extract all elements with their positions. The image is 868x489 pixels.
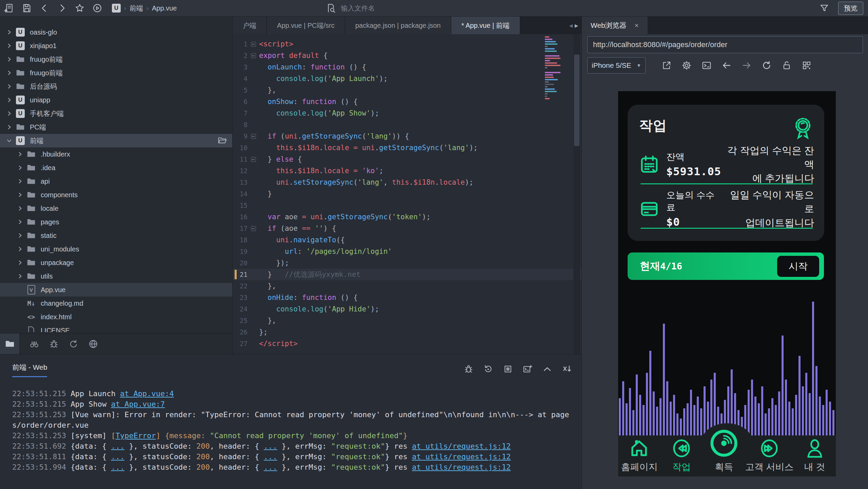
stop-button[interactable] [503, 364, 513, 374]
chevron-right-icon[interactable] [6, 97, 12, 103]
tree-item[interactable]: components [0, 188, 232, 202]
code-line[interactable]: 3 onLaunch: function () { [233, 61, 581, 73]
log-link[interactable]: ... [111, 442, 124, 450]
editor-tab[interactable]: 户端 [233, 17, 267, 34]
editor-tab[interactable]: package.json | package.json [345, 17, 451, 34]
chevron-right-icon[interactable] [6, 110, 12, 117]
editor-tab[interactable]: App.vue | PC端/src [267, 17, 345, 34]
chevron-right-icon[interactable] [6, 29, 12, 35]
restart-button[interactable] [483, 364, 493, 374]
fold-icon[interactable]: − [251, 157, 256, 162]
fold-icon[interactable]: − [251, 226, 256, 231]
log-link[interactable]: at App.vue:7 [111, 400, 165, 408]
code-line[interactable]: 19 url: '/pages/login/login' [233, 246, 581, 257]
scrollbar-thumb[interactable] [574, 55, 579, 146]
back-button[interactable] [39, 3, 50, 13]
tab-scroll-right[interactable]: ▸ [575, 21, 578, 29]
browser-tab[interactable]: Web浏览器 × [582, 17, 648, 34]
code-line[interactable]: 26}; [233, 326, 581, 338]
log-link[interactable]: at utils/request.js:12 [412, 452, 511, 461]
chevron-right-icon[interactable] [6, 124, 12, 130]
log-link[interactable]: ... [111, 452, 124, 461]
tree-item[interactable]: .idea [0, 161, 232, 175]
open-external-button[interactable] [662, 60, 672, 70]
code-line[interactable]: 8 [233, 119, 581, 130]
log-link[interactable]: at utils/request.js:12 [412, 442, 511, 450]
chevron-right-icon[interactable] [17, 151, 23, 157]
code-line[interactable]: 16 var aoe = uni.getStorageSync('token')… [233, 211, 581, 223]
web-button[interactable] [88, 339, 98, 349]
code-line[interactable]: 27</script> [233, 338, 581, 349]
log-link[interactable]: ... [264, 442, 277, 450]
code-line[interactable]: 22 }, [233, 280, 581, 292]
chevron-right-icon[interactable] [17, 273, 23, 279]
qrcode-button[interactable] [802, 60, 812, 70]
code-line[interactable]: 25 }, [233, 315, 581, 326]
filter-icon[interactable] [819, 3, 829, 13]
tree-item[interactable]: fruugo前端 [0, 53, 232, 66]
code-line[interactable]: 23 onHide: function () { [233, 292, 581, 303]
terminal-new-button[interactable] [522, 364, 533, 374]
nav-item-rewind[interactable]: 작업 [660, 435, 703, 476]
tree-item[interactable]: fruugo前端 [0, 66, 232, 80]
chevron-down-icon[interactable] [6, 138, 12, 144]
code-line[interactable]: 21 } //优选源码yxymk.net [233, 269, 581, 280]
chevron-right-icon[interactable] [6, 43, 12, 49]
breadcrumb-item[interactable]: 前端 [130, 4, 143, 13]
debug-button[interactable] [463, 364, 474, 374]
run-button[interactable] [92, 3, 102, 13]
code-editor[interactable]: 1−<script>2−export default {3 onLaunch: … [233, 34, 581, 354]
tree-item[interactable]: locale [0, 202, 232, 215]
code-line[interactable]: 11− } else { [233, 154, 581, 165]
code-line[interactable]: 18 uni.navigateTo({ [233, 234, 581, 246]
console-tab[interactable]: 前端 - Web [12, 363, 47, 377]
tree-item[interactable]: uni_modules [0, 242, 232, 256]
code-line[interactable]: 15 [233, 200, 581, 211]
url-input[interactable]: http://localhost:8080/#/pages/order/orde… [587, 36, 863, 53]
chevron-right-icon[interactable] [17, 232, 23, 239]
nav-item-ffwd[interactable]: 고객 서비스 [745, 435, 794, 476]
tree-item[interactable]: static [0, 229, 232, 242]
tree-item[interactable]: U手机客户端 [0, 107, 232, 120]
chevron-right-icon[interactable] [17, 165, 23, 171]
chevron-right-icon[interactable] [17, 205, 23, 211]
fold-icon[interactable]: − [251, 134, 256, 139]
device-select[interactable]: iPhone 5/SE ▼ [587, 57, 646, 74]
tree-item[interactable]: U前端 [0, 134, 232, 147]
tree-item[interactable]: <>index.html [0, 310, 232, 324]
tree-item[interactable]: api [0, 175, 232, 188]
start-button[interactable]: 시작 [777, 256, 819, 277]
chevron-right-icon[interactable] [17, 192, 23, 198]
sync-button[interactable] [68, 339, 79, 349]
tree-item[interactable]: .hbuilderx [0, 147, 232, 161]
lock-open-button[interactable] [782, 60, 792, 70]
fold-icon[interactable]: − [251, 53, 256, 58]
debug-button[interactable] [49, 339, 59, 349]
settings-button[interactable] [682, 60, 692, 70]
chevron-right-icon[interactable] [6, 56, 12, 62]
tree-item[interactable]: Uoasis-glo [0, 25, 232, 39]
tree-item[interactable]: pages [0, 215, 232, 229]
tree-item[interactable]: M↓changelog.md [0, 297, 232, 310]
tree-item[interactable]: VApp.vue [0, 283, 232, 297]
close-icon[interactable]: × [635, 22, 639, 29]
breadcrumb[interactable]: U›前端›App.vue [112, 4, 177, 13]
files-view-button[interactable] [0, 333, 20, 354]
chevron-right-icon[interactable] [6, 70, 12, 76]
code-line[interactable]: 10 this.$i18n.locale = uni.getStorageSyn… [233, 142, 581, 154]
tree-item[interactable]: LICENSE [0, 324, 232, 332]
star-button[interactable] [75, 3, 85, 13]
breadcrumb-item[interactable]: App.vue [152, 4, 177, 12]
log-link[interactable]: at utils/request.js:12 [412, 463, 511, 471]
collapse-button[interactable] [542, 364, 552, 374]
nav-item-person[interactable]: 내 것 [793, 435, 836, 476]
new-file-button[interactable] [4, 3, 14, 13]
code-line[interactable]: 5 }, [233, 84, 581, 96]
tree-item[interactable]: 后台源码 [0, 80, 232, 93]
code-line[interactable]: 24 console.log('App Hide'); [233, 303, 581, 315]
log-link[interactable]: at App.vue:4 [120, 389, 174, 398]
tree-item[interactable]: utils [0, 269, 232, 283]
preview-button[interactable]: 预览 [838, 2, 863, 15]
fold-icon[interactable]: − [251, 42, 256, 47]
terminal-button[interactable] [702, 60, 712, 70]
